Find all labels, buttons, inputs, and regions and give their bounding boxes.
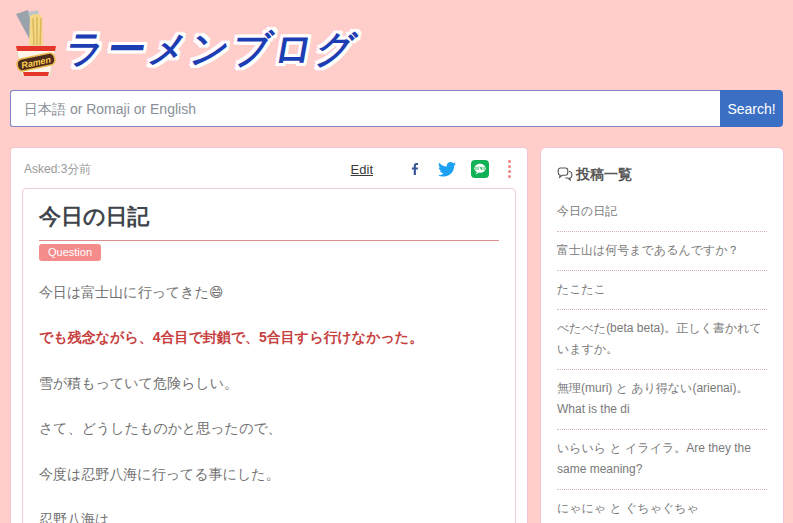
post-link[interactable]: 今日の日記	[557, 193, 767, 231]
post-paragraph: さて、どうしたものかと思ったので、	[39, 421, 499, 436]
post-title: 今日の日記	[39, 202, 499, 241]
sidebar-header: 投稿一覧	[557, 156, 767, 193]
post-link[interactable]: 無理(muri) と あり得ない(arienai)。What is the di	[557, 370, 767, 429]
twitter-icon[interactable]	[438, 162, 456, 177]
post-toolbar: Asked:3分前 Edit	[22, 154, 516, 188]
list-item: 富士山は何号まであるんですか？	[557, 231, 767, 270]
post-link[interactable]: べたべた(beta beta)。正しく書かれていますか。	[557, 310, 767, 369]
post-card: Asked:3分前 Edit	[10, 147, 528, 523]
vertical-dots-menu-icon[interactable]	[505, 159, 514, 179]
post-body-card: 今日の日記 Question 今日は富士山に行ってきた😄 でも残念ながら、4合目…	[22, 188, 516, 523]
search-input[interactable]	[10, 90, 720, 127]
post-list-sidebar: 投稿一覧 今日の日記 富士山は何号まであるんですか？ たこたこ べたべた(bet…	[540, 147, 784, 523]
asked-timestamp: Asked:3分前	[24, 161, 91, 178]
comments-icon	[557, 167, 573, 184]
post-link[interactable]: 富士山は何号まであるんですか？	[557, 232, 767, 270]
sidebar-title-label: 投稿一覧	[576, 166, 632, 184]
list-item: いらいら と イライラ。Are they the same meaning?	[557, 429, 767, 489]
question-badge: Question	[39, 244, 101, 261]
list-item: 無理(muri) と あり得ない(arienai)。What is the di	[557, 369, 767, 429]
search-button[interactable]: Search!	[720, 90, 783, 127]
share-buttons	[407, 160, 489, 178]
post-paragraph: 雪が積もっていて危険らしい。	[39, 376, 499, 391]
post-paragraph-warning: でも残念ながら、4合目で封鎖で、5合目すら行けなかった。	[39, 330, 499, 345]
list-item: たこたこ	[557, 270, 767, 309]
post-link[interactable]: たこたこ	[557, 271, 767, 309]
post-link[interactable]: いらいら と イライラ。Are they the same meaning?	[557, 430, 767, 489]
search-bar: Search!	[10, 90, 783, 127]
post-paragraph: 今度は忍野八海に行ってる事にした。	[39, 467, 499, 482]
site-header: Ramen ラーメンブログ	[0, 0, 793, 84]
list-item: べたべた(beta beta)。正しく書かれていますか。	[557, 309, 767, 369]
post-list: 今日の日記 富士山は何号まであるんですか？ たこたこ べたべた(beta bet…	[557, 193, 767, 523]
main-content: Asked:3分前 Edit	[10, 147, 784, 523]
edit-link[interactable]: Edit	[351, 162, 373, 177]
post-link[interactable]: にゃにゃ と ぐちゃぐちゃ	[557, 490, 767, 523]
post-body: 今日は富士山に行ってきた😄 でも残念ながら、4合目で封鎖で、5合目すら行けなかっ…	[39, 285, 499, 523]
ramen-cup-logo-icon: Ramen	[8, 8, 64, 80]
post-paragraph: 今日は富士山に行ってきた😄	[39, 285, 499, 300]
line-icon[interactable]	[471, 160, 489, 178]
list-item: 今日の日記	[557, 193, 767, 231]
site-title: ラーメンブログ	[62, 24, 363, 75]
facebook-icon[interactable]	[407, 161, 423, 177]
post-paragraph: 忍野八海は	[39, 512, 499, 523]
list-item: にゃにゃ と ぐちゃぐちゃ	[557, 489, 767, 523]
